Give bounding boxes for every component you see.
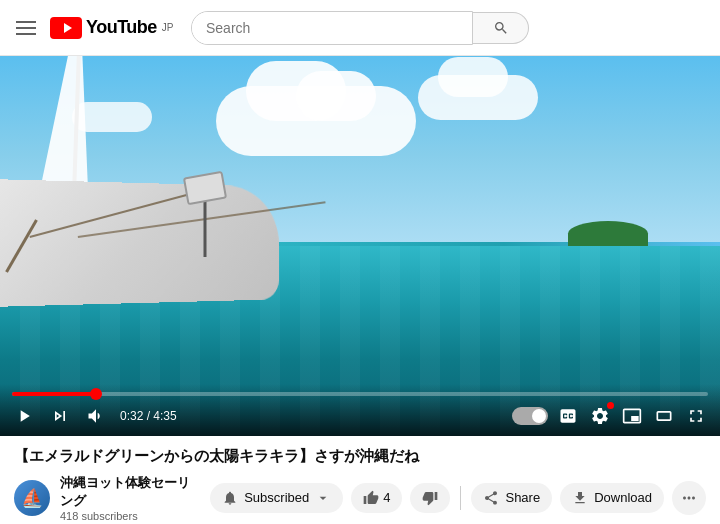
toggle-bg[interactable]	[512, 407, 548, 425]
download-label: Download	[594, 490, 652, 505]
share-icon	[483, 490, 499, 506]
channel-avatar[interactable]: ⛵	[14, 480, 50, 516]
progress-bar[interactable]	[12, 392, 708, 396]
play-button[interactable]	[12, 404, 36, 428]
settings-button[interactable]	[588, 404, 612, 428]
like-count: 4	[383, 490, 390, 505]
progress-dot	[90, 388, 102, 400]
cloud-1	[216, 86, 416, 156]
volume-icon	[86, 406, 106, 426]
bell-icon	[222, 490, 238, 506]
video-content	[0, 56, 720, 436]
share-button[interactable]: Share	[471, 483, 552, 513]
play-icon	[14, 406, 34, 426]
channel-name[interactable]: 沖縄ヨット体験セーリング	[60, 474, 200, 510]
youtube-logo[interactable]: YouTubeJP	[50, 17, 174, 39]
divider	[460, 486, 461, 510]
controls-right	[512, 404, 708, 428]
search-container	[191, 11, 529, 45]
boat-equipment	[180, 187, 230, 257]
subscribe-button[interactable]: Subscribed	[210, 483, 343, 513]
more-horiz-icon	[680, 489, 698, 507]
header: YouTubeJP	[0, 0, 720, 56]
download-icon	[572, 490, 588, 506]
cc-button[interactable]	[556, 404, 580, 428]
share-label: Share	[505, 490, 540, 505]
chevron-down-icon	[315, 490, 331, 506]
settings-icon	[590, 406, 610, 426]
play-triangle-icon	[57, 21, 75, 35]
mute-button[interactable]	[84, 404, 108, 428]
channel-subscribers: 418 subscribers	[60, 510, 200, 522]
skip-next-button[interactable]	[48, 404, 72, 428]
island	[568, 221, 648, 246]
miniplayer-icon	[622, 406, 642, 426]
like-button[interactable]: 4	[351, 483, 402, 513]
svg-marker-0	[64, 23, 72, 33]
search-icon	[493, 20, 509, 36]
hamburger-menu[interactable]	[12, 17, 40, 39]
boat-hull	[0, 179, 279, 307]
more-options-button[interactable]	[672, 481, 706, 515]
theater-button[interactable]	[652, 404, 676, 428]
action-buttons: Subscribed 4	[210, 481, 706, 515]
cloud-2	[418, 75, 538, 120]
thumbs-up-icon	[363, 490, 379, 506]
logo-text: YouTube	[86, 17, 157, 38]
equipment-panel	[183, 171, 227, 206]
subscribe-label: Subscribed	[244, 490, 309, 505]
toggle-knob	[532, 409, 546, 423]
search-button[interactable]	[473, 12, 529, 44]
progress-fill	[12, 392, 96, 396]
youtube-icon	[50, 17, 82, 39]
autoplay-toggle[interactable]	[512, 407, 548, 425]
video-controls: 0:32 / 4:35	[0, 384, 720, 436]
video-info: 【エメラルドグリーンからの太陽キラキラ】さすが沖縄だね ⛵ 沖縄ヨット体験セーリ…	[0, 436, 720, 524]
video-player[interactable]: 0:32 / 4:35	[0, 56, 720, 436]
channel-row: ⛵ 沖縄ヨット体験セーリング 418 subscribers Subscribe…	[14, 474, 706, 522]
channel-info: 沖縄ヨット体験セーリング 418 subscribers	[60, 474, 200, 522]
dislike-button[interactable]	[410, 483, 450, 513]
settings-notification-dot	[607, 402, 614, 409]
time-display: 0:32 / 4:35	[120, 409, 177, 423]
logo-jp: JP	[162, 22, 174, 33]
skip-icon	[50, 406, 70, 426]
controls-left: 0:32 / 4:35	[12, 404, 177, 428]
search-input[interactable]	[192, 12, 472, 44]
thumbs-down-icon	[422, 490, 438, 506]
video-title: 【エメラルドグリーンからの太陽キラキラ】さすが沖縄だね	[14, 446, 706, 466]
avatar-icon: ⛵	[21, 487, 43, 509]
miniplayer-button[interactable]	[620, 404, 644, 428]
fullscreen-button[interactable]	[684, 404, 708, 428]
download-button[interactable]: Download	[560, 483, 664, 513]
theater-icon	[654, 406, 674, 426]
cc-icon	[558, 406, 578, 426]
controls-row: 0:32 / 4:35	[12, 404, 708, 428]
fullscreen-icon	[686, 406, 706, 426]
